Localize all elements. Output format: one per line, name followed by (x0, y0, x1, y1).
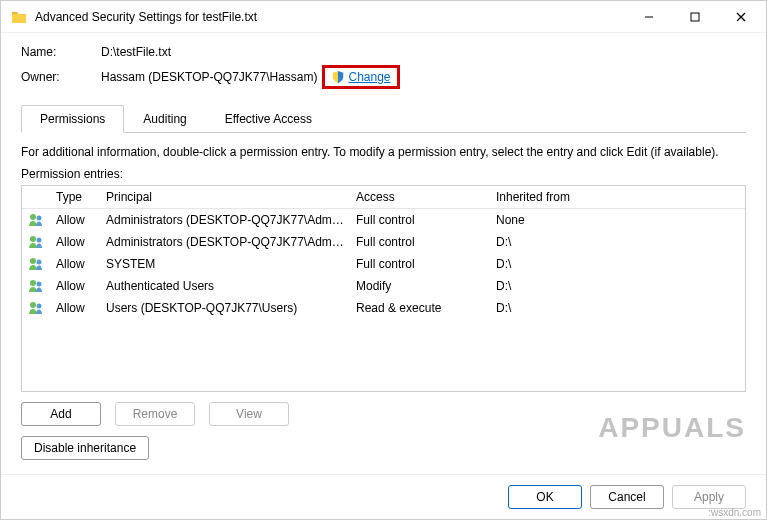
users-icon (22, 298, 50, 318)
table-row[interactable]: AllowSYSTEMFull controlD:\ (22, 253, 745, 275)
entries-label: Permission entries: (21, 167, 746, 181)
folder-icon (11, 9, 27, 25)
table-header: Type Principal Access Inherited from (22, 186, 745, 209)
svg-point-8 (30, 258, 36, 264)
info-text: For additional information, double-click… (21, 145, 746, 159)
table-row[interactable]: AllowAuthenticated UsersModifyD:\ (22, 275, 745, 297)
owner-value: Hassam (DESKTOP-QQ7JK77\Hassam) (101, 70, 318, 84)
name-row: Name: D:\testFile.txt (21, 45, 746, 59)
permission-table: Type Principal Access Inherited from All… (21, 185, 746, 392)
svg-rect-1 (691, 13, 699, 21)
cell-principal: Administrators (DESKTOP-QQ7JK77\Admini..… (100, 233, 350, 251)
col-access-header[interactable]: Access (350, 186, 490, 208)
apply-button[interactable]: Apply (672, 485, 746, 509)
dialog-footer: OK Cancel Apply (1, 474, 766, 519)
svg-point-10 (30, 280, 36, 286)
col-inherited-header[interactable]: Inherited from (490, 186, 745, 208)
close-button[interactable] (718, 2, 764, 32)
cell-inherited: D:\ (490, 299, 745, 317)
users-icon (22, 232, 50, 252)
change-highlight: Change (322, 65, 400, 89)
inheritance-buttons: Disable inheritance (21, 436, 746, 460)
window: Advanced Security Settings for testFile.… (0, 0, 767, 520)
tab-auditing[interactable]: Auditing (124, 105, 205, 132)
col-type-header[interactable]: Type (50, 186, 100, 208)
cell-access: Modify (350, 277, 490, 295)
svg-point-11 (37, 282, 42, 287)
svg-point-4 (30, 214, 36, 220)
svg-point-12 (30, 302, 36, 308)
cell-principal: SYSTEM (100, 255, 350, 273)
cell-inherited: D:\ (490, 233, 745, 251)
shield-icon (331, 70, 345, 84)
add-button[interactable]: Add (21, 402, 101, 426)
view-button[interactable]: View (209, 402, 289, 426)
cell-access: Full control (350, 255, 490, 273)
cell-type: Allow (50, 255, 100, 273)
cell-inherited: D:\ (490, 277, 745, 295)
cell-access: Full control (350, 233, 490, 251)
users-icon (22, 276, 50, 296)
cell-access: Read & execute (350, 299, 490, 317)
cell-principal: Authenticated Users (100, 277, 350, 295)
cell-type: Allow (50, 277, 100, 295)
cell-type: Allow (50, 299, 100, 317)
tab-permissions[interactable]: Permissions (21, 105, 124, 133)
minimize-button[interactable] (626, 2, 672, 32)
svg-point-13 (37, 304, 42, 309)
col-principal-header[interactable]: Principal (100, 186, 350, 208)
window-title: Advanced Security Settings for testFile.… (35, 10, 626, 24)
svg-point-9 (37, 260, 42, 265)
users-icon (22, 254, 50, 274)
users-icon (22, 210, 50, 230)
ok-button[interactable]: OK (508, 485, 582, 509)
titlebar: Advanced Security Settings for testFile.… (1, 1, 766, 33)
remove-button[interactable]: Remove (115, 402, 195, 426)
table-row[interactable]: AllowAdministrators (DESKTOP-QQ7JK77\Adm… (22, 209, 745, 231)
cell-inherited: None (490, 211, 745, 229)
cell-type: Allow (50, 233, 100, 251)
maximize-button[interactable] (672, 2, 718, 32)
cancel-button[interactable]: Cancel (590, 485, 664, 509)
table-row[interactable]: AllowUsers (DESKTOP-QQ7JK77\Users)Read &… (22, 297, 745, 319)
tab-bar: Permissions Auditing Effective Access (21, 105, 746, 133)
name-value: D:\testFile.txt (101, 45, 171, 59)
cell-inherited: D:\ (490, 255, 745, 273)
table-body: AllowAdministrators (DESKTOP-QQ7JK77\Adm… (22, 209, 745, 319)
col-icon-header[interactable] (22, 186, 50, 208)
owner-row: Owner: Hassam (DESKTOP-QQ7JK77\Hassam) C… (21, 65, 746, 89)
name-label: Name: (21, 45, 101, 59)
cell-access: Full control (350, 211, 490, 229)
svg-point-7 (37, 238, 42, 243)
content-area: Name: D:\testFile.txt Owner: Hassam (DES… (1, 33, 766, 474)
table-row[interactable]: AllowAdministrators (DESKTOP-QQ7JK77\Adm… (22, 231, 745, 253)
svg-point-5 (37, 216, 42, 221)
disable-inheritance-button[interactable]: Disable inheritance (21, 436, 149, 460)
cell-type: Allow (50, 211, 100, 229)
entry-buttons: Add Remove View (21, 402, 746, 426)
tab-effective-access[interactable]: Effective Access (206, 105, 331, 132)
change-owner-link[interactable]: Change (349, 70, 391, 84)
cell-principal: Users (DESKTOP-QQ7JK77\Users) (100, 299, 350, 317)
owner-label: Owner: (21, 70, 101, 84)
cell-principal: Administrators (DESKTOP-QQ7JK77\Admini..… (100, 211, 350, 229)
svg-point-6 (30, 236, 36, 242)
